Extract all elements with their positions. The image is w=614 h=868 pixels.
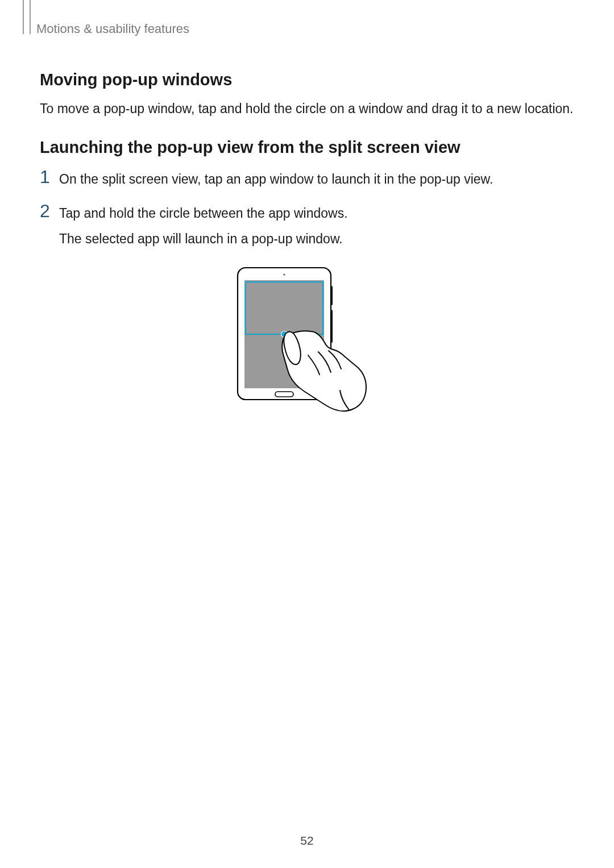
svg-rect-8 — [275, 392, 293, 397]
step-item: 2 Tap and hold the circle between the ap… — [40, 201, 574, 250]
page-number: 52 — [0, 834, 614, 848]
svg-point-3 — [283, 274, 285, 276]
step-text: Tap and hold the circle between the app … — [59, 201, 348, 250]
step-item: 1 On the split screen view, tap an app w… — [40, 167, 574, 190]
step-number: 2 — [40, 201, 59, 221]
heading-launching-popup: Launching the pop-up view from the split… — [40, 138, 574, 157]
step-text: On the split screen view, tap an app win… — [59, 167, 493, 190]
svg-rect-2 — [330, 310, 333, 343]
section-header: Motions & usability features — [36, 22, 574, 36]
step-number: 1 — [40, 167, 59, 187]
svg-rect-5 — [246, 282, 323, 334]
svg-rect-1 — [330, 286, 333, 305]
illustration-tablet-split-screen — [40, 263, 574, 456]
paragraph-moving-popup: To move a pop-up window, tap and hold th… — [40, 99, 574, 118]
step-text-sub: The selected app will launch in a pop-up… — [59, 229, 348, 250]
page-spine-decoration — [23, 0, 31, 34]
heading-moving-popup: Moving pop-up windows — [40, 70, 574, 89]
step-text-main: Tap and hold the circle between the app … — [59, 206, 348, 221]
